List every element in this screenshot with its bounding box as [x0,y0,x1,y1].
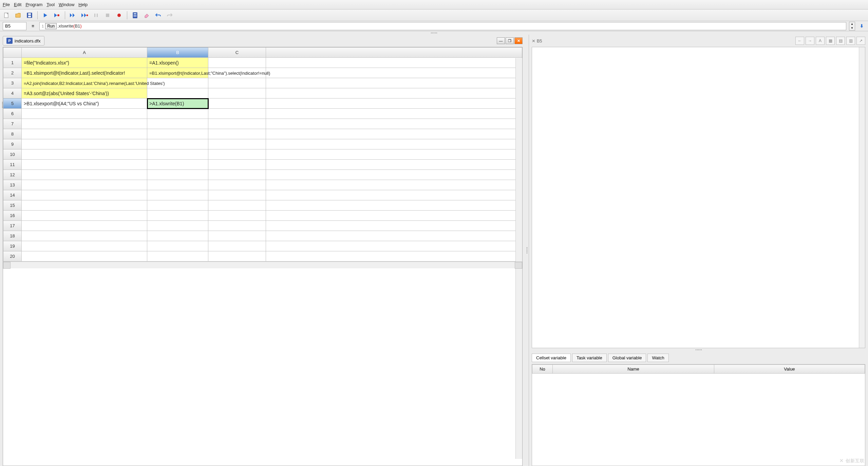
cell-B14[interactable] [147,190,208,200]
column-header-C[interactable]: C [208,48,266,58]
cell-C6[interactable] [208,109,266,119]
cell-A19[interactable] [22,241,147,251]
row-header-5[interactable]: 5 [3,98,22,109]
row-header-11[interactable]: 11 [3,160,22,170]
row-header-1[interactable]: 1 [3,58,22,68]
cell-B19[interactable] [147,241,208,251]
cell-C19[interactable] [208,241,266,251]
cell-B9[interactable] [147,139,208,149]
calculator-icon[interactable] [131,12,139,19]
cell-C5[interactable] [208,98,266,109]
cell-A16[interactable] [22,211,147,221]
cell-A17[interactable] [22,221,147,231]
stop-icon[interactable] [104,12,111,19]
column-header-B[interactable]: B [147,48,208,58]
file-tab[interactable]: P indicators.dfx [3,36,44,46]
cell-C4[interactable] [208,88,266,98]
cell-C2[interactable] [208,68,266,78]
stepper-down-icon[interactable]: ▼ [849,26,855,30]
column-header-A[interactable]: A [22,48,147,58]
view-table-icon[interactable]: ▦ [826,37,835,45]
cell-A10[interactable] [22,149,147,160]
row-header-4[interactable]: 4 [3,88,22,98]
row-header-8[interactable]: 8 [3,129,22,139]
cell-reference-box[interactable]: B5 [3,22,26,30]
cell-B16[interactable] [147,211,208,221]
divider-handle[interactable] [529,348,868,352]
debug-run-icon[interactable] [53,12,61,19]
run-icon[interactable] [42,12,49,19]
cell-C17[interactable] [208,221,266,231]
spreadsheet[interactable]: A B C 1=file("Indicators.xlsx")=A1.xlsop… [3,47,523,466]
cell-A8[interactable] [22,129,147,139]
row-header-12[interactable]: 12 [3,170,22,180]
view-export-icon[interactable]: ↗ [856,37,865,45]
minimize-button[interactable]: — [497,37,505,44]
vertical-scrollbar[interactable] [515,58,522,459]
cell-C8[interactable] [208,129,266,139]
cell-B17[interactable] [147,221,208,231]
cell-A3[interactable]: =A2.join(Indicator,B2:Indicator,Last:'Ch… [22,78,147,88]
save-file-icon[interactable] [26,12,33,19]
cell-C1[interactable] [208,58,266,68]
maximize-button[interactable]: ❐ [506,37,514,44]
breakpoint-icon[interactable] [115,12,123,19]
cell-B20[interactable] [147,251,208,262]
cell-B12[interactable] [147,170,208,180]
cell-B1[interactable]: =A1.xlsopen() [147,58,208,68]
run-button[interactable]: Run [45,23,57,29]
cell-A18[interactable] [22,231,147,241]
horizontal-scrollbar[interactable] [3,262,522,268]
cell-C7[interactable] [208,119,266,129]
formula-input[interactable]: 1 Run .xlswrite(B1) [39,22,846,30]
cell-B2[interactable]: =B1.xlsimport@t(Indicator,Last;"China").… [147,68,208,78]
row-header-14[interactable]: 14 [3,190,22,200]
cell-A7[interactable] [22,119,147,129]
stepper-up-icon[interactable]: ▲ [849,22,855,26]
cell-A1[interactable]: =file("Indicators.xlsx") [22,58,147,68]
cell-B15[interactable] [147,200,208,211]
menu-program[interactable]: Program [25,2,42,7]
cell-C15[interactable] [208,200,266,211]
view-text-icon[interactable]: A [816,37,825,45]
cell-A12[interactable] [22,170,147,180]
row-header-17[interactable]: 17 [3,221,22,231]
cell-C9[interactable] [208,139,266,149]
cell-C13[interactable] [208,180,266,190]
step-over-icon[interactable] [69,12,77,19]
row-header-2[interactable]: 2 [3,68,22,78]
cell-B3[interactable] [147,78,208,88]
menu-file[interactable]: File [3,2,10,7]
row-header-10[interactable]: 10 [3,149,22,160]
divider-handle[interactable] [0,31,868,35]
open-file-icon[interactable] [14,12,22,19]
cell-A9[interactable] [22,139,147,149]
tab-cellset-variable[interactable]: Cellset variable [532,354,571,362]
row-header-13[interactable]: 13 [3,180,22,190]
cell-A5[interactable]: >B1.xlsexport@t(A4;"US vs China") [22,98,147,109]
cell-B4[interactable] [147,88,208,98]
cell-C3[interactable] [208,78,266,88]
pane-divider[interactable] [525,35,529,466]
row-header-3[interactable]: 3 [3,78,22,88]
view-chart-icon[interactable]: ▥ [846,37,855,45]
cell-A6[interactable] [22,109,147,119]
pause-icon[interactable] [92,12,100,19]
tab-watch[interactable]: Watch [647,354,668,362]
cell-A11[interactable] [22,160,147,170]
cell-A20[interactable] [22,251,147,262]
menu-edit[interactable]: Edit [14,2,21,7]
row-header-20[interactable]: 20 [3,251,22,262]
cell-C11[interactable] [208,160,266,170]
preview-scrollbar[interactable] [859,47,865,348]
cell-B13[interactable] [147,180,208,190]
close-button[interactable]: ✕ [514,37,523,44]
cell-A2[interactable]: =B1.xlsimport@t(Indicator,Last).select(I… [22,68,147,78]
view-grid-icon[interactable]: ▤ [836,37,845,45]
row-header-6[interactable]: 6 [3,109,22,119]
row-header-15[interactable]: 15 [3,200,22,211]
redo-icon[interactable] [166,12,173,19]
cell-B5[interactable]: >A1.xlswrite(B1) [147,98,208,109]
row-header-19[interactable]: 19 [3,241,22,251]
new-file-icon[interactable] [3,12,10,19]
